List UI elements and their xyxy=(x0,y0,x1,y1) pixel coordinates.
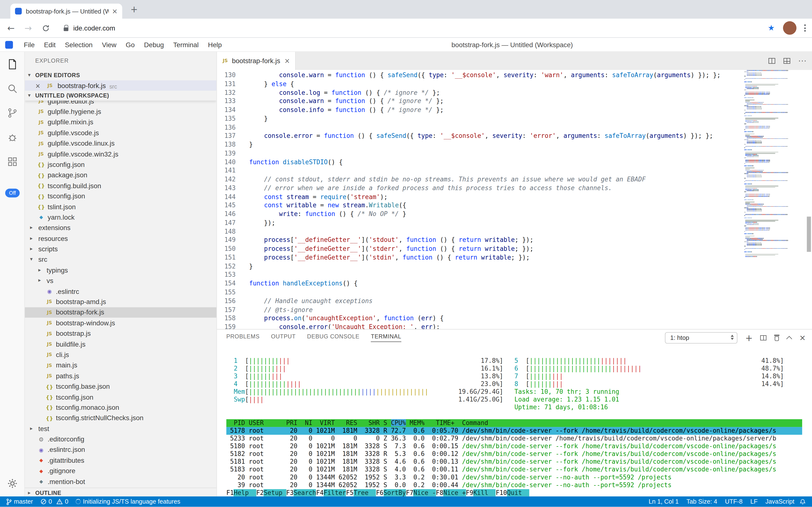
tree-item-src[interactable]: ▾src xyxy=(25,255,216,265)
tree-item-vs[interactable]: ▸vs xyxy=(25,276,216,286)
tree-item-tsconfig.json[interactable]: {}tsconfig.json xyxy=(25,191,216,202)
tree-item-.gitignore[interactable]: ◆.gitignore xyxy=(25,466,216,476)
close-icon[interactable]: × xyxy=(35,82,41,90)
maximize-panel-icon[interactable] xyxy=(787,336,793,342)
split-editor-icon[interactable] xyxy=(768,58,775,64)
open-editors-section[interactable]: ▾ OPEN EDITORS xyxy=(25,70,216,80)
tree-item-.eslintrc[interactable]: ◉.eslintrc xyxy=(25,286,216,297)
tree-item-.editorconfig[interactable]: ⚙.editorconfig xyxy=(25,434,216,445)
tree-item-bootstrap-amd.js[interactable]: JSbootstrap-amd.js xyxy=(25,296,216,307)
git-branch-status[interactable]: master xyxy=(6,498,33,506)
tree-item-paths.js[interactable]: JSpaths.js xyxy=(25,371,216,381)
tree-item-.eslintrc.json[interactable]: ◉.eslintrc.json xyxy=(25,445,216,455)
tree-item-extensions[interactable]: ▸extensions xyxy=(25,223,216,233)
tree-item-tsconfig.strictNullChecks.json[interactable]: {}tsconfig.strictNullChecks.json xyxy=(25,413,216,424)
settings-gear-icon[interactable] xyxy=(7,478,18,489)
kill-terminal-icon[interactable] xyxy=(774,335,779,341)
tree-item-scripts[interactable]: ▸scripts xyxy=(25,244,216,255)
site-security-icon[interactable] xyxy=(63,27,68,31)
menu-edit[interactable]: Edit xyxy=(40,38,60,52)
tree-item-gulpfile.editor.js[interactable]: JSgulpfile.editor.js xyxy=(25,101,216,106)
terminal-select[interactable]: 1: htop xyxy=(665,332,738,343)
language-mode[interactable]: JavaScript xyxy=(765,498,794,506)
code-editor[interactable]: 130 console.warn = function () { safeSen… xyxy=(217,70,744,329)
reload-icon[interactable] xyxy=(42,24,49,32)
tree-item-resources[interactable]: ▸resources xyxy=(25,233,216,244)
outline-section[interactable]: ▸ OUTLINE xyxy=(25,488,216,497)
menu-go[interactable]: Go xyxy=(121,38,139,52)
tree-item-jsconfig.json[interactable]: {}jsconfig.json xyxy=(25,159,216,170)
tree-item-bootstrap-fork.js[interactable]: JSbootstrap-fork.js xyxy=(25,307,216,318)
extensions-icon[interactable] xyxy=(6,156,19,168)
editor-tab[interactable]: JS bootstrap-fork.js × xyxy=(217,52,296,70)
back-icon[interactable]: ← xyxy=(7,23,15,33)
editor-layout-icon[interactable] xyxy=(783,58,790,64)
panel-tab-problems[interactable]: PROBLEMS xyxy=(226,333,260,342)
tree-item-.mention-bot[interactable]: ◆.mention-bot xyxy=(25,476,216,487)
tree-item-gulpfile.vscode.win32.js[interactable]: JSgulpfile.vscode.win32.js xyxy=(25,149,216,159)
bookmark-star-icon[interactable]: ★ xyxy=(768,23,775,33)
search-icon[interactable] xyxy=(6,82,19,95)
htop-process-row[interactable]: 5181 root 20 0 1021M 181M 3328 S 4.6 0.6… xyxy=(226,458,802,466)
tree-item-cli.js[interactable]: JScli.js xyxy=(25,349,216,360)
tree-item-yarn.lock[interactable]: ◆yarn.lock xyxy=(25,212,216,223)
eol-status[interactable]: LF xyxy=(750,498,758,506)
debug-icon[interactable] xyxy=(6,131,19,144)
terminal[interactable]: 1 [||||||||||| 17.8%] 5 [|||||||||||||||… xyxy=(226,345,812,497)
notifications-bell-icon[interactable] xyxy=(800,499,806,505)
tree-item-tsconfig.json[interactable]: {}tsconfig.json xyxy=(25,392,216,402)
tree-item-bootstrap.js[interactable]: JSbootstrap.js xyxy=(25,328,216,339)
url-text[interactable]: ide.coder.com xyxy=(73,24,115,32)
editor-tab-close-icon[interactable]: × xyxy=(284,57,290,65)
tree-item-buildfile.js[interactable]: JSbuildfile.js xyxy=(25,339,216,349)
close-panel-icon[interactable]: × xyxy=(799,333,806,342)
htop-process-row[interactable]: 5182 root 20 0 1021M 181M 3328 R 5.3 0.6… xyxy=(226,450,802,458)
tree-item-main.js[interactable]: JSmain.js xyxy=(25,360,216,371)
menu-debug[interactable]: Debug xyxy=(139,38,169,52)
tree-item-package.json[interactable]: {}package.json xyxy=(25,170,216,180)
panel-tab-debug-console[interactable]: DEBUG CONSOLE xyxy=(307,333,360,342)
tree-item-gulpfile.vscode.linux.js[interactable]: JSgulpfile.vscode.linux.js xyxy=(25,138,216,149)
tree-item-tsconfig.base.json[interactable]: {}tsconfig.base.json xyxy=(25,381,216,392)
new-terminal-icon[interactable]: + xyxy=(745,334,753,342)
cursor-position[interactable]: Ln 1, Col 1 xyxy=(648,498,679,506)
browser-menu-icon[interactable] xyxy=(804,24,806,32)
encoding-status[interactable]: UTF-8 xyxy=(725,498,743,506)
editor-scrollbar[interactable] xyxy=(806,70,812,329)
menu-file[interactable]: File xyxy=(19,38,39,52)
htop-process-row[interactable]: 5183 root 20 0 1021M 181M 3328 S 4.0 0.6… xyxy=(226,466,802,473)
more-actions-icon[interactable]: ··· xyxy=(799,57,807,65)
tree-item-gulpfile.mixin.js[interactable]: JSgulpfile.mixin.js xyxy=(25,117,216,128)
htop-process-row[interactable]: 5180 root 20 0 1021M 181M 3328 S 7.3 0.6… xyxy=(226,442,802,450)
avatar[interactable] xyxy=(783,21,797,35)
open-editor-item[interactable]: × JS bootstrap-fork.js src xyxy=(25,80,216,91)
panel-tab-terminal[interactable]: TERMINAL xyxy=(371,333,401,342)
tree-item-.gitattributes[interactable]: ◆.gitattributes xyxy=(25,455,216,466)
panel-tab-output[interactable]: OUTPUT xyxy=(271,333,296,342)
browser-tab-close-icon[interactable]: × xyxy=(112,7,118,15)
workspace-section[interactable]: ▾ UNTITLED (WORKSPACE) xyxy=(25,91,216,101)
split-terminal-icon[interactable] xyxy=(760,335,767,340)
htop-process-row[interactable]: 39 root 20 0 1344M 62052 1952 S 0.0 0.2 … xyxy=(226,482,802,489)
menu-terminal[interactable]: Terminal xyxy=(169,38,203,52)
app-logo[interactable] xyxy=(5,41,13,48)
menu-view[interactable]: View xyxy=(97,38,121,52)
collaboration-toggle[interactable]: Off xyxy=(5,189,19,198)
tree-item-test[interactable]: ▸test xyxy=(25,423,216,434)
htop-process-row[interactable]: 5178 root 20 0 1021M 181M 3328 R 72.7 0.… xyxy=(226,427,802,435)
tree-item-bootstrap-window.js[interactable]: JSbootstrap-window.js xyxy=(25,318,216,329)
tree-item-tsconfig.monaco.json[interactable]: {}tsconfig.monaco.json xyxy=(25,402,216,413)
tree-item-tsconfig.build.json[interactable]: {}tsconfig.build.json xyxy=(25,180,216,191)
htop-process-row[interactable]: 20 root 20 0 1344M 62052 1952 S 3.3 0.2 … xyxy=(226,473,802,482)
explorer-icon[interactable] xyxy=(6,58,19,70)
browser-tab[interactable]: bootstrap-fork.js — Untitled (W × xyxy=(10,4,122,19)
htop-process-row[interactable]: 5233 root 20 0 0 0 0 Z 36.3 0.0 0:02.79 … xyxy=(226,435,802,442)
tree-item-gulpfile.hygiene.js[interactable]: JSgulpfile.hygiene.js xyxy=(25,106,216,117)
new-tab-icon[interactable]: + xyxy=(128,4,140,15)
tree-item-gulpfile.vscode.js[interactable]: JSgulpfile.vscode.js xyxy=(25,127,216,138)
minimap[interactable] xyxy=(744,70,806,267)
forward-icon[interactable]: → xyxy=(24,23,32,33)
tree-item-typings[interactable]: ▸typings xyxy=(25,265,216,276)
scrollbar-thumb[interactable] xyxy=(807,217,811,252)
tree-item-tslint.json[interactable]: {}tslint.json xyxy=(25,202,216,212)
